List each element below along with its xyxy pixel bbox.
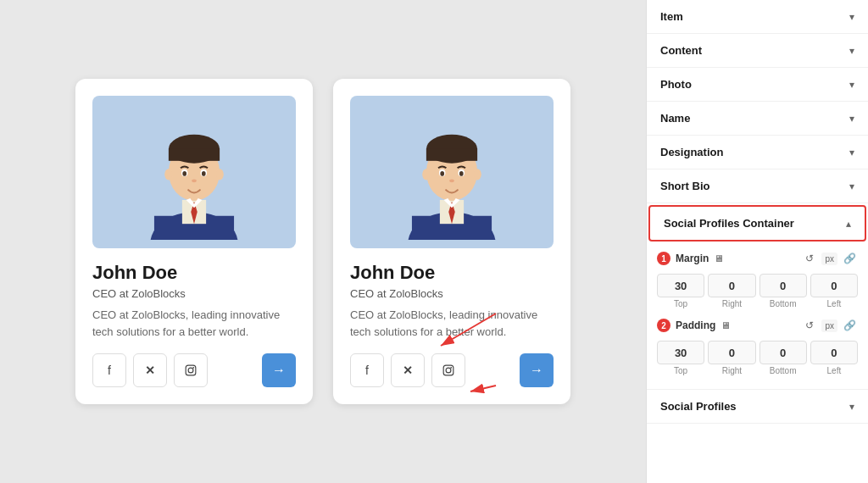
- section-short-bio: Short Bio ▾: [647, 169, 868, 203]
- margin-monitor-icon: 🖥: [714, 253, 723, 264]
- padding-monitor-icon: 🖥: [721, 320, 730, 330]
- svg-point-36: [446, 368, 451, 373]
- margin-top-label: Top: [674, 299, 687, 308]
- card-2-designation: CEO at ZoloBlocks: [350, 287, 443, 300]
- margin-section: 1 Margin 🖥 ↺ px 🔗 30 Top: [647, 243, 868, 389]
- margin-right: 0 Right: [708, 274, 755, 308]
- section-short-bio-header[interactable]: Short Bio ▾: [647, 169, 868, 203]
- card-2-socials: f ✕ →: [350, 353, 554, 387]
- margin-top: 30 Top: [657, 274, 704, 308]
- section-social-profiles-container-chevron: ▴: [846, 218, 851, 230]
- padding-bottom-box[interactable]: 0: [760, 341, 807, 364]
- section-social-profiles-chevron: ▾: [849, 401, 854, 413]
- svg-point-18: [192, 367, 194, 369]
- svg-point-31: [449, 179, 454, 182]
- svg-point-10: [182, 171, 186, 176]
- right-panel: Item ▾ Content ▾ Photo ▾ Name ▾: [646, 0, 868, 483]
- section-content-chevron: ▾: [849, 45, 854, 57]
- section-short-bio-chevron: ▾: [849, 180, 854, 192]
- svg-point-11: [202, 171, 206, 176]
- section-short-bio-label: Short Bio: [660, 180, 710, 192]
- section-social-profiles-container-label: Social Profiles Container: [664, 217, 794, 230]
- margin-badge: 1: [657, 252, 670, 265]
- padding-label: 2 Padding 🖥: [657, 319, 730, 332]
- section-social-profiles: Social Profiles ▾: [647, 390, 868, 424]
- section-photo-label: Photo: [660, 78, 692, 91]
- margin-right-box[interactable]: 0: [708, 274, 755, 297]
- margin-left: 0 Left: [810, 274, 858, 308]
- svg-point-14: [215, 169, 223, 180]
- svg-rect-7: [169, 149, 220, 161]
- padding-link-btn[interactable]: 🔗: [841, 317, 858, 334]
- card-2-name: John Doe: [350, 262, 435, 284]
- section-designation-chevron: ▾: [849, 147, 854, 158]
- section-name-label: Name: [660, 112, 690, 125]
- padding-controls: ↺ px 🔗: [801, 317, 858, 334]
- section-name: Name ▾: [647, 102, 868, 136]
- padding-top-box[interactable]: 30: [657, 341, 704, 364]
- section-designation: Designation ▾: [647, 136, 868, 169]
- svg-rect-26: [426, 149, 477, 161]
- section-content: Content ▾: [647, 34, 868, 68]
- card-1-instagram-btn[interactable]: [174, 353, 208, 387]
- margin-link-btn[interactable]: 🔗: [841, 250, 858, 267]
- section-item-label: Item: [660, 10, 683, 23]
- section-social-profiles-container-header[interactable]: Social Profiles Container ▴: [648, 205, 866, 242]
- screen-layout: John Doe CEO at ZoloBlocks CEO at ZoloBl…: [0, 0, 868, 483]
- padding-reset-btn[interactable]: ↺: [801, 317, 818, 334]
- margin-row-header: 1 Margin 🖥 ↺ px 🔗: [657, 250, 858, 267]
- svg-point-37: [450, 367, 452, 369]
- svg-point-13: [164, 169, 172, 180]
- cards-container: John Doe CEO at ZoloBlocks CEO at ZoloBl…: [75, 79, 570, 404]
- section-designation-header[interactable]: Designation ▾: [647, 136, 868, 169]
- card-1: John Doe CEO at ZoloBlocks CEO at ZoloBl…: [75, 79, 313, 404]
- margin-unit: px: [821, 253, 837, 265]
- card-1-designation: CEO at ZoloBlocks: [92, 287, 186, 300]
- margin-bottom: 0 Bottom: [760, 274, 807, 308]
- section-photo-chevron: ▾: [849, 79, 854, 91]
- card-1-arrow-btn[interactable]: →: [262, 353, 296, 387]
- margin-values: 30 Top 0 Right 0 Bottom 0 Left: [657, 274, 858, 308]
- padding-left-label: Left: [827, 366, 842, 375]
- card-1-twitter-btn[interactable]: ✕: [133, 353, 167, 387]
- card-1-socials: f ✕ →: [92, 353, 296, 387]
- margin-label: 1 Margin 🖥: [657, 252, 723, 265]
- card-2-twitter-btn[interactable]: ✕: [391, 353, 425, 387]
- section-social-profiles-label: Social Profiles: [660, 400, 737, 413]
- card-1-facebook-btn[interactable]: f: [92, 353, 126, 387]
- svg-point-33: [473, 169, 481, 180]
- margin-left-box[interactable]: 0: [810, 274, 858, 297]
- card-1-name: John Doe: [92, 262, 177, 284]
- padding-left: 0 Left: [810, 341, 858, 375]
- margin-bottom-box[interactable]: 0: [760, 274, 807, 297]
- section-name-header[interactable]: Name ▾: [647, 102, 868, 135]
- padding-top-label: Top: [674, 366, 687, 375]
- section-photo-header[interactable]: Photo ▾: [647, 68, 868, 101]
- padding-top: 30 Top: [657, 341, 704, 375]
- margin-top-box[interactable]: 30: [657, 274, 704, 297]
- card-2-photo: [350, 96, 554, 248]
- section-designation-label: Designation: [660, 146, 723, 158]
- padding-right-box[interactable]: 0: [708, 341, 755, 364]
- section-social-profiles-header[interactable]: Social Profiles ▾: [647, 390, 868, 423]
- card-1-photo: [92, 96, 296, 248]
- margin-reset-btn[interactable]: ↺: [801, 250, 818, 267]
- card-2-arrow-btn[interactable]: →: [520, 353, 554, 387]
- svg-point-29: [440, 171, 444, 176]
- padding-text: Padding: [676, 319, 715, 331]
- card-2-facebook-btn[interactable]: f: [350, 353, 384, 387]
- margin-bottom-label: Bottom: [770, 299, 797, 308]
- padding-bottom: 0 Bottom: [760, 341, 807, 375]
- padding-left-box[interactable]: 0: [810, 341, 858, 364]
- card-2-instagram-btn[interactable]: [431, 353, 465, 387]
- padding-right: 0 Right: [708, 341, 755, 375]
- padding-row-header: 2 Padding 🖥 ↺ px 🔗: [657, 317, 858, 334]
- section-content-header[interactable]: Content ▾: [647, 34, 868, 67]
- padding-unit: px: [821, 319, 837, 332]
- section-social-profiles-container: Social Profiles Container ▴ 1 Margin 🖥 ↺…: [647, 203, 868, 390]
- section-item-chevron: ▾: [849, 11, 854, 23]
- margin-controls: ↺ px 🔗: [801, 250, 858, 267]
- main-area: John Doe CEO at ZoloBlocks CEO at ZoloBl…: [0, 0, 646, 483]
- padding-right-label: Right: [722, 366, 742, 375]
- section-item-header[interactable]: Item ▾: [647, 0, 868, 33]
